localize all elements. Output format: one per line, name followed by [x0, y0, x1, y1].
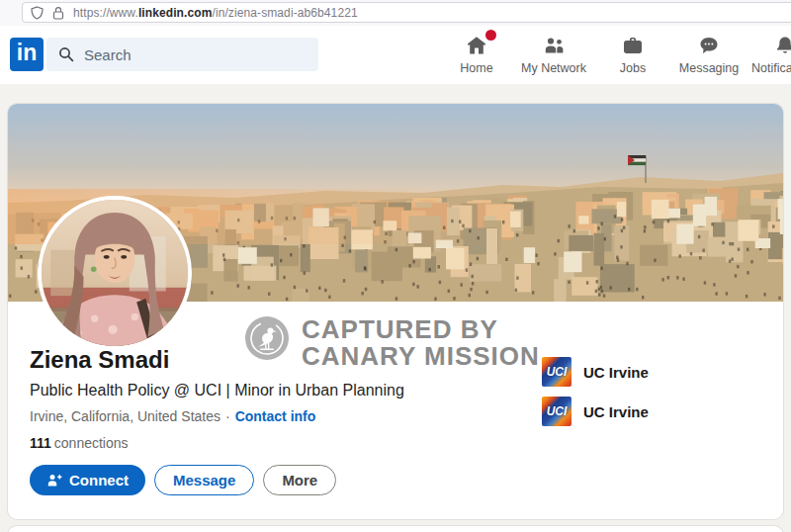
- canary-bird-icon: [245, 316, 289, 360]
- education-name: UC Irvine: [583, 403, 649, 420]
- nav-label-jobs: Jobs: [620, 61, 646, 75]
- contact-info-link[interactable]: Contact info: [235, 408, 316, 424]
- my-network-icon: [542, 34, 566, 57]
- nav-item-notifications[interactable]: Notifications: [747, 34, 791, 83]
- address-field[interactable]: https://www.linkedin.com/in/ziena-smadi-…: [22, 2, 791, 23]
- connect-button[interactable]: Connect: [30, 465, 145, 495]
- nav-item-messaging[interactable]: Messaging: [671, 34, 747, 83]
- separator-dot: ·: [225, 408, 230, 424]
- notifications-icon: [773, 34, 791, 57]
- education-entry-uc-irvine-1[interactable]: UCI UC Irvine: [542, 357, 649, 387]
- education-name: UC Irvine: [583, 364, 649, 381]
- linkedin-logo[interactable]: in: [10, 38, 44, 71]
- location-row: Irvine, California, United States·Contac…: [30, 408, 315, 424]
- nav-label-my-network: My Network: [521, 61, 586, 75]
- url-text: https://www.linkedin.com/in/ziena-smadi-…: [73, 6, 358, 20]
- profile-card: CAPTURED BY CANARY MISSION Ziena Smadi P…: [8, 104, 783, 519]
- person-plus-icon: [46, 473, 62, 488]
- uc-irvine-logo: UCI: [542, 397, 571, 426]
- jobs-icon: [621, 34, 645, 57]
- nav-label-messaging: Messaging: [679, 61, 739, 75]
- linkedin-navbar: in Search Home: [0, 26, 791, 84]
- browser-window: https://www.linkedin.com/in/ziena-smadi-…: [0, 0, 791, 532]
- lock-icon[interactable]: [52, 6, 64, 20]
- browser-address-strip: https://www.linkedin.com/in/ziena-smadi-…: [0, 0, 791, 27]
- profile-name: Ziena Smadi: [30, 346, 169, 374]
- education-entry-uc-irvine-2[interactable]: UCI UC Irvine: [542, 397, 649, 426]
- location-text: Irvine, California, United States: [30, 408, 220, 424]
- canary-mission-watermark: CAPTURED BY CANARY MISSION: [245, 316, 540, 370]
- shield-icon[interactable]: [31, 6, 44, 20]
- nav-item-my-network[interactable]: My Network: [516, 34, 591, 83]
- watermark-text: CAPTURED BY CANARY MISSION: [302, 316, 540, 370]
- search-box[interactable]: Search: [46, 38, 318, 71]
- more-button[interactable]: More: [263, 465, 336, 495]
- message-button[interactable]: Message: [154, 465, 254, 495]
- connections-count[interactable]: 111connections: [30, 435, 129, 451]
- nav-item-home[interactable]: Home: [439, 34, 514, 83]
- home-icon: [465, 34, 488, 57]
- search-icon: [58, 46, 74, 62]
- nav-item-jobs[interactable]: Jobs: [595, 34, 670, 83]
- profile-actions: Connect Message More: [30, 465, 336, 495]
- next-section-card: [8, 526, 783, 532]
- profile-headline: Public Health Policy @ UCI | Minor in Ur…: [30, 382, 404, 399]
- home-notification-badge: [485, 30, 496, 41]
- nav-label-home: Home: [460, 61, 492, 75]
- uc-irvine-logo: UCI: [542, 357, 571, 387]
- search-input[interactable]: Search: [84, 46, 132, 63]
- profile-photo[interactable]: [38, 196, 192, 350]
- nav-label-notifications: Notifications: [751, 61, 791, 75]
- messaging-icon: [697, 34, 721, 57]
